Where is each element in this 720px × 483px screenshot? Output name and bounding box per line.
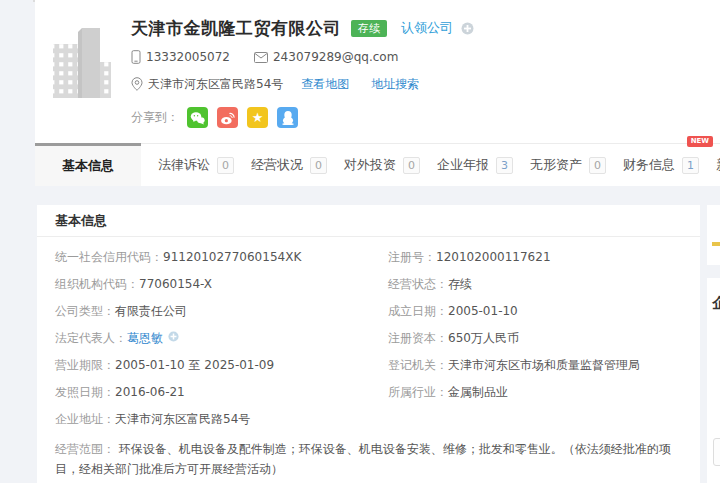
field-label: 发照日期：: [55, 385, 115, 400]
field-row: 统一社会信用代码： 9112010277060154XK 注册号： 120102…: [55, 250, 682, 265]
field-value: 环保设备、机电设备及配件制造；环保设备、机电设备安装、维修；批发和零售业。（依法…: [55, 442, 671, 476]
company-header-card: 天津市金凯隆工贸有限公司 存续 认领公司 13332005072: [35, 0, 720, 143]
sidebar-partial-heading: 企: [712, 294, 720, 313]
phone-icon: [131, 50, 141, 64]
new-badge: NEW: [687, 136, 713, 147]
sidebar-gold-icon: [712, 242, 720, 246]
field-value: 存续: [448, 277, 472, 292]
field-value: 650万人民币: [448, 331, 519, 346]
tab-news-sentiment[interactable]: 新闻舆情0: [716, 144, 720, 186]
share-wechat-icon[interactable]: [187, 107, 208, 128]
field-label: 组织机构代码：: [55, 277, 139, 292]
status-badge: 存续: [351, 20, 387, 37]
tab-intangible-assets[interactable]: 无形资产0: [530, 144, 606, 186]
field-value: 金属制品业: [448, 385, 508, 400]
phone-number: 13332005072: [146, 50, 230, 64]
field-row: 发照日期： 2016-06-21 所属行业： 金属制品业: [55, 385, 682, 400]
company-logo: [48, 24, 114, 106]
share-qzone-icon[interactable]: ★: [247, 107, 268, 128]
field-label: 营业期限：: [55, 358, 115, 373]
field-label: 公司类型：: [55, 304, 115, 319]
tab-annual-report[interactable]: 企业年报3: [437, 144, 513, 186]
panel-title: 基本信息: [37, 205, 700, 237]
share-label: 分享到：: [131, 109, 179, 126]
plus-circle-icon[interactable]: [168, 331, 179, 346]
view-map-link[interactable]: 查看地图: [301, 76, 349, 93]
email-icon: [254, 52, 268, 63]
tab-count: 0: [589, 157, 606, 174]
share-row: 分享到： ★: [131, 107, 710, 128]
field-value: 天津市河东区市场和质量监督管理局: [448, 358, 640, 373]
email-address: 243079289@qq.com: [273, 50, 398, 64]
field-value: 2005-01-10 至 2025-01-09: [115, 358, 274, 373]
address-row: 天津市河东区富民路54号 查看地图 地址搜索: [131, 74, 710, 94]
field-label: 企业地址：: [55, 412, 115, 427]
field-value: 9112010277060154XK: [163, 250, 301, 265]
field-label: 登记机关：: [388, 358, 448, 373]
company-name: 天津市金凯隆工贸有限公司: [131, 17, 341, 40]
tab-basic-info[interactable]: 基本信息: [35, 143, 141, 186]
field-value: 有限责任公司: [115, 304, 187, 319]
plus-circle-icon[interactable]: [461, 22, 474, 35]
field-label: 统一社会信用代码：: [55, 250, 163, 265]
share-qq-icon[interactable]: [277, 107, 298, 128]
legal-representative-link[interactable]: 葛恩敏: [127, 331, 163, 346]
location-pin-icon: [131, 77, 143, 91]
sidebar-partial-button[interactable]: [713, 438, 720, 466]
address-search-link[interactable]: 地址搜索: [371, 76, 419, 93]
field-value: 2005-01-10: [448, 304, 518, 319]
tab-count: 1: [682, 157, 699, 174]
field-row-address: 企业地址： 天津市河东区富民路54号: [55, 412, 682, 427]
contact-row: 13332005072 243079289@qq.com: [131, 47, 710, 67]
field-label: 经营状态：: [388, 277, 448, 292]
field-value: 2016-06-21: [115, 385, 185, 400]
field-value: 120102000117621: [436, 250, 551, 265]
tab-bar: 基本信息 法律诉讼0 经营状况0 对外投资0 企业年报3 无形资产0 财务信息1…: [35, 143, 720, 186]
tab-count: 0: [403, 157, 420, 174]
tab-count: 0: [217, 157, 234, 174]
field-row: 公司类型： 有限责任公司 成立日期： 2005-01-10: [55, 304, 682, 319]
field-row: 组织机构代码： 77060154-X 经营状态： 存续: [55, 277, 682, 292]
company-address: 天津市河东区富民路54号: [148, 76, 283, 93]
basic-info-panel: 基本信息 统一社会信用代码： 9112010277060154XK 注册号： 1…: [37, 205, 700, 483]
tab-outbound-investment[interactable]: 对外投资0: [344, 144, 420, 186]
field-row: 法定代表人： 葛恩敏 注册资本： 650万人民币: [55, 331, 682, 346]
field-label: 经营范围：: [55, 442, 115, 456]
field-value: 天津市河东区富民路54号: [115, 412, 250, 427]
tab-business-status[interactable]: 经营状况0: [251, 144, 327, 186]
share-weibo-icon[interactable]: [217, 107, 238, 128]
field-label: 成立日期：: [388, 304, 448, 319]
claim-company-link[interactable]: 认领公司: [401, 19, 453, 37]
field-label: 注册资本：: [388, 331, 448, 346]
sidebar-card-partial: [707, 205, 720, 265]
field-label: 法定代表人：: [55, 331, 127, 346]
tab-count: 3: [496, 157, 513, 174]
field-label: 注册号：: [388, 250, 436, 265]
field-row-business-scope: 经营范围： 环保设备、机电设备及配件制造；环保设备、机电设备安装、维修；批发和零…: [55, 439, 682, 479]
tab-legal-litigation[interactable]: 法律诉讼0: [158, 144, 234, 186]
sidebar-card-partial: 企: [707, 278, 720, 483]
tab-count: 0: [310, 157, 327, 174]
field-value: 77060154-X: [139, 277, 212, 292]
field-row: 营业期限： 2005-01-10 至 2025-01-09 登记机关： 天津市河…: [55, 358, 682, 373]
tab-financial-info[interactable]: 财务信息1 NEW: [623, 144, 699, 186]
field-label: 所属行业：: [388, 385, 448, 400]
